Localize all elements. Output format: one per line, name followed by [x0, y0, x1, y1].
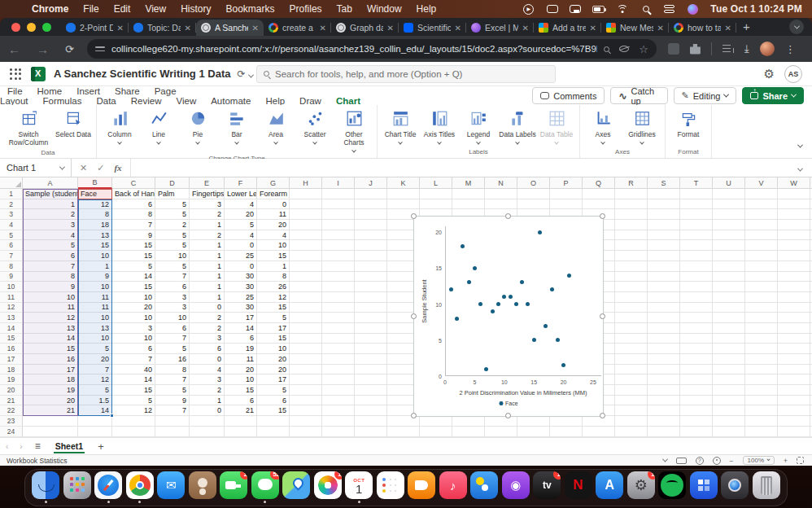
dock-item-podcasts[interactable]: ◉	[502, 471, 530, 504]
cell-E3[interactable]: 2	[190, 209, 225, 220]
cell-R4[interactable]	[615, 220, 648, 230]
cell-G1[interactable]: Forearm	[257, 189, 290, 199]
cell-W1[interactable]	[778, 189, 810, 199]
media-controls-icon[interactable]	[723, 45, 734, 54]
cell-J21[interactable]	[355, 396, 387, 406]
cell-W22[interactable]	[778, 405, 810, 416]
cell-S8[interactable]	[648, 261, 680, 272]
chart-resize-handle[interactable]	[505, 413, 511, 418]
cell-T9[interactable]	[680, 272, 713, 282]
cell-J11[interactable]	[355, 292, 387, 303]
cell-C2[interactable]: 6	[112, 199, 155, 210]
cell-D22[interactable]: 7	[155, 405, 190, 416]
cell-N1[interactable]	[485, 189, 517, 199]
cell-H18[interactable]	[290, 365, 322, 375]
cell-D1[interactable]: Palm	[155, 189, 190, 199]
cell-I20[interactable]	[322, 385, 355, 396]
ribbon-button-chart-title[interactable]: Chart Title	[381, 108, 420, 145]
podcasts-icon[interactable]: ◉	[502, 471, 530, 499]
cell-U9[interactable]	[713, 272, 745, 282]
cell-S22[interactable]	[648, 405, 680, 416]
cell-E6[interactable]: 1	[190, 240, 225, 251]
cell-V11[interactable]	[745, 292, 778, 303]
title-chevron-icon[interactable]	[249, 67, 253, 81]
ribbon-button-pie[interactable]: Pie	[178, 108, 217, 145]
catch-up-button[interactable]: ∿Catch up	[610, 87, 667, 104]
cell-T21[interactable]	[680, 396, 713, 406]
column-header-O[interactable]: O	[517, 177, 550, 189]
chart-resize-handle[interactable]	[411, 313, 417, 319]
cell-C3[interactable]: 8	[112, 209, 155, 220]
bookmark-star-icon[interactable]: ☆	[639, 43, 648, 55]
prev-sheet-icon[interactable]: ‹	[0, 442, 14, 451]
cell-R21[interactable]	[615, 396, 648, 406]
cell-W8[interactable]	[778, 261, 810, 272]
cell-J22[interactable]	[355, 405, 387, 416]
chart-resize-handle[interactable]	[411, 413, 417, 418]
cell-V1[interactable]	[745, 189, 778, 199]
books-icon[interactable]	[408, 471, 435, 499]
cell-R8[interactable]	[615, 261, 648, 272]
cell-C21[interactable]: 5	[112, 396, 155, 406]
cell-N23[interactable]	[485, 416, 517, 427]
cell-J5[interactable]	[355, 230, 387, 241]
back-button[interactable]: ←	[0, 42, 28, 56]
cell-D24[interactable]	[155, 427, 190, 437]
cell-F23[interactable]	[225, 416, 257, 427]
cell-C5[interactable]: 9	[112, 230, 155, 241]
cell-T18[interactable]	[680, 365, 713, 375]
cell-R9[interactable]	[615, 272, 648, 282]
cell-D10[interactable]: 6	[155, 282, 190, 292]
menu-item-tab[interactable]: Tab	[330, 3, 360, 15]
ribbon-button-switch-row-column[interactable]: Switch Row/Column	[3, 108, 54, 147]
cell-B19[interactable]: 12	[78, 374, 112, 385]
cell-W11[interactable]	[778, 292, 810, 303]
cell-F7[interactable]: 25	[225, 251, 257, 261]
cell-V19[interactable]	[745, 374, 778, 385]
cell-E22[interactable]: 0	[190, 405, 225, 416]
cell-T16[interactable]	[680, 344, 713, 354]
row-header-21[interactable]: 21	[0, 396, 23, 406]
cell-H2[interactable]	[290, 199, 322, 210]
browser-menu-icon[interactable]: ⋮	[785, 43, 796, 55]
zoom-in-button[interactable]: +	[784, 457, 788, 465]
cell-G24[interactable]	[257, 427, 290, 437]
cell-I24[interactable]	[322, 427, 355, 437]
cell-A16[interactable]: 15	[23, 344, 78, 354]
cell-I4[interactable]	[322, 220, 355, 230]
cell-C24[interactable]	[112, 427, 155, 437]
cell-B18[interactable]: 7	[78, 365, 112, 375]
cell-E18[interactable]: 4	[190, 365, 225, 375]
cell-B9[interactable]: 9	[78, 272, 112, 282]
column-header-L[interactable]: L	[420, 177, 452, 189]
menu-item-edit[interactable]: Edit	[107, 3, 138, 15]
cell-M1[interactable]	[452, 189, 485, 199]
cell-E2[interactable]: 3	[190, 199, 225, 210]
scatter-chart[interactable]: 051015200510152025Sample Student2 Point …	[413, 216, 604, 417]
cell-D3[interactable]: 5	[155, 209, 190, 220]
tab-close-icon[interactable]: ✕	[657, 24, 664, 33]
cell-C6[interactable]: 15	[112, 240, 155, 251]
dock-item-mail[interactable]: ✉	[157, 471, 185, 504]
cell-G5[interactable]: 4	[257, 230, 290, 241]
cell-S20[interactable]	[648, 385, 680, 396]
column-header-R[interactable]: R	[615, 177, 648, 189]
spotlight-icon[interactable]	[640, 4, 652, 15]
cell-I15[interactable]	[322, 334, 355, 344]
cell-O24[interactable]	[517, 427, 550, 437]
cell-U2[interactable]	[713, 199, 745, 210]
cell-H3[interactable]	[290, 209, 322, 220]
cell-U6[interactable]	[713, 240, 745, 251]
reminders-icon[interactable]	[377, 471, 404, 499]
cell-J4[interactable]	[355, 220, 387, 230]
cell-W24[interactable]	[778, 427, 810, 437]
browser-tab-7[interactable]: Add a tre✕	[534, 20, 601, 36]
cancel-entry-icon[interactable]: ✕	[80, 163, 87, 173]
cell-J23[interactable]	[355, 416, 387, 427]
cell-N2[interactable]	[485, 199, 517, 210]
row-header-2[interactable]: 2	[0, 199, 23, 210]
dock-item-music[interactable]: ♪	[439, 471, 467, 504]
site-settings-icon[interactable]	[95, 45, 105, 53]
cell-J24[interactable]	[355, 427, 387, 437]
cell-J17[interactable]	[355, 354, 387, 365]
